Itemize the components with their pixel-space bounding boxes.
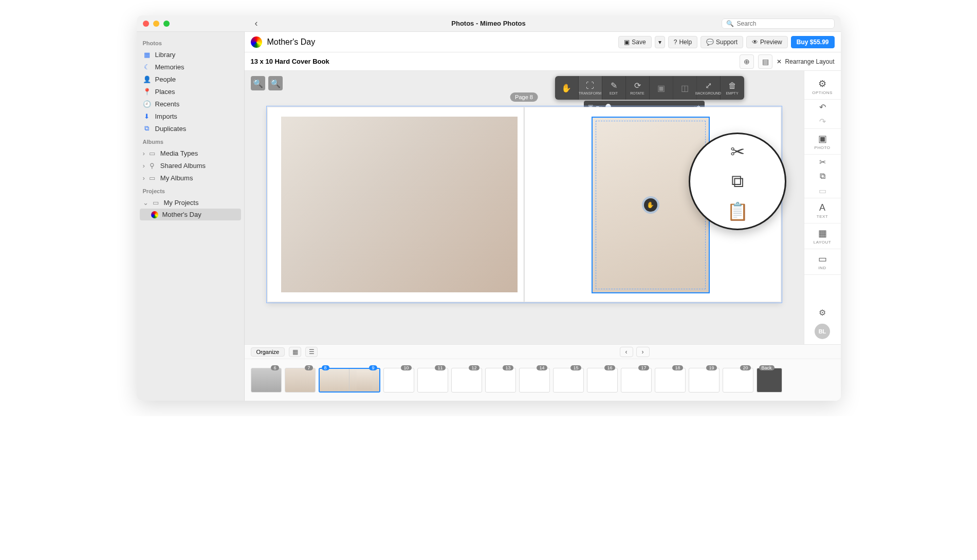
panel-photo[interactable]: ▣PHOTO <box>804 128 841 155</box>
sidebar-item-library[interactable]: ▦Library <box>140 48 241 61</box>
save-button[interactable]: ▣Save <box>618 36 651 48</box>
preview-button[interactable]: 👁Preview <box>746 36 788 48</box>
next-page-button[interactable]: › <box>636 347 650 357</box>
sidebar-item-media-types[interactable]: ▭Media Types <box>140 147 241 159</box>
sidebar-item-label: Mother's Day <box>162 211 201 218</box>
page-badge: Page 8 <box>510 92 538 102</box>
toolbar-empty[interactable]: 🗑EMPTY <box>721 76 744 100</box>
settings-button[interactable]: ⚙ <box>817 307 828 318</box>
organize-button[interactable]: Organize <box>251 347 285 357</box>
panel-options[interactable]: ⚙OPTIONS <box>804 74 841 100</box>
support-button[interactable]: 💬Support <box>701 36 743 48</box>
back-button[interactable]: ‹ <box>255 18 258 29</box>
toolbar-crop[interactable]: ▣ <box>650 76 673 100</box>
sidebar-item-label: Media Types <box>160 150 198 157</box>
thumb-page[interactable]: 12 <box>451 368 482 393</box>
zoom-in-button[interactable]: 🔍 <box>251 76 265 90</box>
toolbar-transform[interactable]: ⛶TRANSFORM <box>579 76 602 100</box>
thumb-page[interactable]: 17 <box>621 368 652 393</box>
thumb-page[interactable]: 7 <box>285 368 316 393</box>
sidebar-item-memories[interactable]: ☾Memories <box>140 61 241 73</box>
panel-bkgrnd[interactable]: ▭IND <box>804 249 841 275</box>
sidebar: Photos ▦Library ☾Memories 👤People 📍Place… <box>137 32 245 401</box>
thumb-page[interactable]: 11 <box>417 368 448 393</box>
photo-icon: ▣ <box>818 133 827 144</box>
help-button[interactable]: ?Help <box>668 36 697 48</box>
gear-icon: ⚙ <box>819 308 826 318</box>
minimize-icon[interactable] <box>153 21 159 27</box>
sidebar-item-my-projects[interactable]: ▭My Projects <box>140 196 241 209</box>
sidebar-item-mothers-day[interactable]: Mother's Day <box>140 209 241 220</box>
sidebar-item-imports[interactable]: ⬇Imports <box>140 110 241 122</box>
sidebar-item-shared-albums[interactable]: ⚲Shared Albums <box>140 159 241 172</box>
sidebar-item-label: My Albums <box>160 174 193 182</box>
right-photo-selected[interactable]: ✋ <box>592 117 710 293</box>
close-icon[interactable] <box>143 21 149 27</box>
toolbar-hand[interactable]: ✋ <box>555 76 579 100</box>
toolbar-background[interactable]: ⤢BACKGROUND <box>697 76 721 100</box>
thumb-page[interactable]: 18 <box>655 368 686 393</box>
thumbnail-strip[interactable]: 67891011121314151617181920Back <box>245 359 841 401</box>
panel-text[interactable]: ATEXT <box>804 198 841 223</box>
sidebar-item-label: Memories <box>155 63 185 71</box>
view-grid-button[interactable]: ▦ <box>289 347 301 357</box>
thumb-page[interactable]: 15 <box>553 368 584 393</box>
toolbar-fill[interactable]: ◫ <box>673 76 697 100</box>
canvas[interactable]: 🔍 🔍 Page 8 ✋ ⛶TRANSFORM ✎EDIT ⟳ROTATE ▣ … <box>245 71 804 344</box>
cut-button[interactable]: ✂ <box>817 156 828 167</box>
thumb-page[interactable]: 10 <box>383 368 414 393</box>
sidebar-item-places[interactable]: 📍Places <box>140 85 241 98</box>
toolbar-edit[interactable]: ✎EDIT <box>602 76 626 100</box>
undo-button[interactable]: ↶ <box>817 101 828 113</box>
sidebar-item-my-albums[interactable]: ▭My Albums <box>140 172 241 184</box>
view-list-button[interactable]: ☰ <box>305 347 318 357</box>
panel-layout[interactable]: ▦LAYOUT <box>804 223 841 249</box>
toolbar-label: EMPTY <box>726 91 738 95</box>
thumb-page[interactable]: 6 <box>251 368 282 393</box>
fullscreen-icon[interactable] <box>163 21 170 27</box>
fill-icon: ◫ <box>681 83 689 93</box>
sidebar-item-duplicates[interactable]: ⧉Duplicates <box>140 122 241 135</box>
add-photo-button[interactable]: ⊕ <box>740 54 754 69</box>
thumb-page[interactable]: 14 <box>519 368 550 393</box>
project-icon <box>151 211 158 218</box>
undo-icon: ↶ <box>819 102 826 112</box>
search-input[interactable]: 🔍 <box>722 18 835 29</box>
thumb-page[interactable]: 13 <box>485 368 516 393</box>
memories-icon: ☾ <box>143 63 151 71</box>
avatar[interactable]: BL <box>815 324 830 339</box>
zoom-out-button[interactable]: 🔍 <box>268 76 283 90</box>
thumb-spread-selected[interactable]: 89 <box>319 368 380 393</box>
search-field[interactable] <box>737 20 830 27</box>
move-handle-icon[interactable]: ✋ <box>644 198 657 212</box>
panel-label: OPTIONS <box>812 90 833 95</box>
page-left[interactable] <box>267 107 524 302</box>
options-icon: ⚙ <box>818 78 826 89</box>
add-page-button[interactable]: ▤ <box>758 54 772 69</box>
places-icon: 📍 <box>143 87 151 96</box>
thumb-page[interactable]: Back <box>757 368 782 393</box>
redo-button[interactable]: ↷ <box>817 116 828 127</box>
duplicates-icon: ⧉ <box>143 124 151 133</box>
toolbar-rotate[interactable]: ⟳ROTATE <box>626 76 650 100</box>
sidebar-item-recents[interactable]: 🕘Recents <box>140 98 241 110</box>
edit-icon: ✎ <box>611 81 617 90</box>
buy-button[interactable]: Buy $55.99 <box>791 36 835 48</box>
save-dropdown[interactable]: ▾ <box>655 36 665 48</box>
prev-page-button[interactable]: ‹ <box>620 347 633 357</box>
copy-button[interactable]: ⧉ <box>817 171 828 182</box>
thumb-page[interactable]: 20 <box>723 368 753 393</box>
panel-label: LAYOUT <box>814 240 831 245</box>
sidebar-item-people[interactable]: 👤People <box>140 73 241 85</box>
panel-label: TEXT <box>817 214 828 219</box>
topbar: Mother's Day ▣Save ▾ ?Help 💬Support 👁Pre… <box>245 32 841 52</box>
left-photo[interactable] <box>281 117 518 292</box>
thumb-page[interactable]: 19 <box>689 368 720 393</box>
recents-icon: 🕘 <box>143 100 151 108</box>
app-logo-icon <box>251 36 262 48</box>
help-icon: ? <box>674 39 677 46</box>
paste-button[interactable]: ▭ <box>817 185 828 196</box>
rearrange-layout-button[interactable]: ✕Rearrange Layout <box>777 58 834 65</box>
thumb-page[interactable]: 16 <box>587 368 618 393</box>
buy-label: Buy $55.99 <box>797 39 829 46</box>
